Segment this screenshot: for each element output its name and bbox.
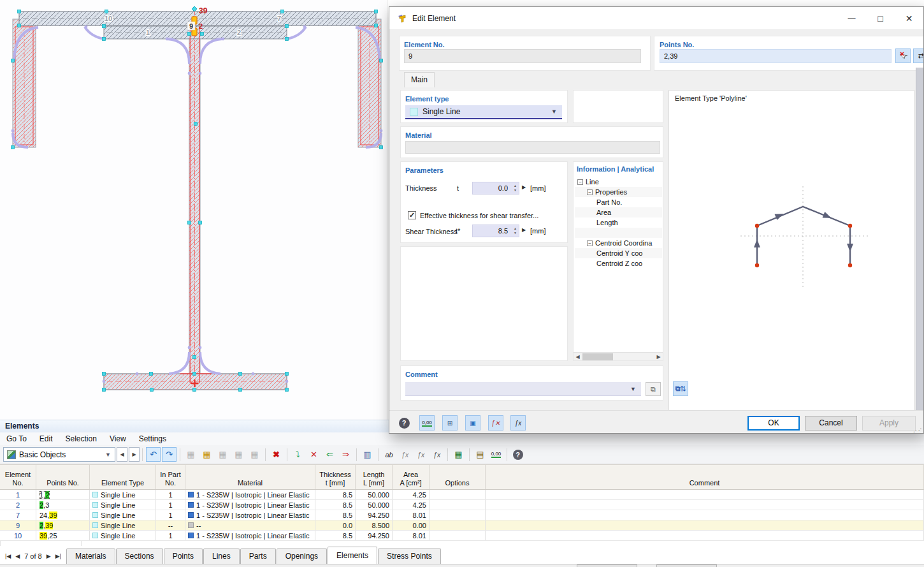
- apply-button[interactable]: Apply: [862, 416, 916, 431]
- apply-to-all-icon[interactable]: ⧉⇅: [673, 381, 688, 396]
- table-add-icon[interactable]: ▦: [215, 447, 230, 462]
- menu-go-to[interactable]: Go To: [0, 434, 33, 443]
- menu-edit[interactable]: Edit: [33, 434, 59, 443]
- points-no-field[interactable]: 2,39: [660, 49, 892, 63]
- cell-options[interactable]: [430, 531, 486, 540]
- spinner-arrows-icon[interactable]: ▲▼: [514, 226, 517, 235]
- tree-item-part-no-[interactable]: Part No.: [575, 197, 662, 207]
- table-row[interactable]: 22,3Single Line11 - S235W | Isotropic | …: [0, 500, 924, 510]
- prev-table-button[interactable]: ◀: [15, 553, 20, 559]
- element-type-combo[interactable]: Single Line ▼: [405, 105, 562, 119]
- tree-item-length[interactable]: Length: [575, 217, 662, 228]
- excel-export-icon[interactable]: ▦: [451, 447, 466, 462]
- table-row[interactable]: 1039,25Single Line11 - S235W | Isotropic…: [0, 531, 924, 541]
- cell-thickness[interactable]: 0.0: [315, 520, 356, 530]
- cell-points-no[interactable]: 24,39: [36, 510, 90, 520]
- thickness-input[interactable]: 0.0 ▲▼: [472, 182, 519, 195]
- tab-stress-points[interactable]: Stress Points: [378, 549, 441, 564]
- table-print-icon[interactable]: ▤: [473, 447, 487, 462]
- cell-options[interactable]: [430, 510, 486, 520]
- tree-hscrollbar[interactable]: ◀ ▶: [574, 352, 663, 360]
- help-icon[interactable]: ?: [396, 415, 412, 431]
- cell-comment[interactable]: [486, 520, 924, 530]
- cell-area[interactable]: 8.01: [393, 510, 430, 520]
- last-table-button[interactable]: ▶|: [55, 553, 61, 559]
- tree-expander-icon[interactable]: −: [587, 189, 593, 195]
- cell-length[interactable]: 8.500: [356, 520, 393, 530]
- prev-category-button[interactable]: ◀: [117, 447, 127, 462]
- cell-options[interactable]: [430, 500, 486, 510]
- close-button[interactable]: ✕: [895, 7, 923, 29]
- delete-function-icon[interactable]: ƒ✕: [488, 415, 503, 431]
- select-tree-icon[interactable]: ⊞: [442, 415, 458, 431]
- cell-comment[interactable]: [486, 531, 924, 540]
- table-row[interactable]: 11,2Single Line11 - S235W | Isotropic | …: [0, 490, 924, 500]
- rename-icon[interactable]: ab: [382, 447, 396, 462]
- photo-icon[interactable]: ▣: [465, 415, 480, 431]
- cell-element-no[interactable]: 9: [0, 520, 36, 530]
- cell-area[interactable]: 4.25: [393, 490, 430, 499]
- cell-options[interactable]: [430, 490, 486, 499]
- table-edit-icon[interactable]: ▦: [199, 447, 214, 462]
- cell-material[interactable]: 1 - S235W | Isotropic | Linear Elastic: [185, 510, 315, 520]
- minimize-button[interactable]: —: [837, 7, 866, 29]
- tab-elements[interactable]: Elements: [328, 547, 377, 564]
- swap-points-icon[interactable]: ⇄: [913, 48, 924, 63]
- menu-settings[interactable]: Settings: [133, 434, 173, 443]
- ok-button[interactable]: OK: [747, 416, 800, 431]
- tab-materials[interactable]: Materials: [66, 549, 115, 564]
- tab-openings[interactable]: Openings: [277, 549, 327, 564]
- move-right-icon[interactable]: ⇒: [338, 447, 353, 462]
- tree-item-centroid-z-coo[interactable]: Centroid Z coo: [575, 258, 662, 269]
- decimal-places-icon[interactable]: 0,00: [419, 415, 435, 431]
- cell-comment[interactable]: [486, 490, 924, 499]
- cell-points-no[interactable]: 2,3: [36, 500, 90, 510]
- tree-item-properties[interactable]: −Properties: [575, 187, 662, 197]
- cell-points-no[interactable]: 39,25: [36, 531, 90, 540]
- section-graphics-view[interactable]: 10 7 1 2 39 9 2: [0, 0, 387, 420]
- cell-material[interactable]: 1 - S235W | Isotropic | Linear Elastic: [185, 490, 315, 499]
- cell-length[interactable]: 94.250: [356, 531, 393, 540]
- cell-in-part[interactable]: 1: [156, 500, 185, 510]
- cell-points-no[interactable]: 2,39: [36, 520, 90, 530]
- function-icon[interactable]: ƒx: [398, 447, 412, 462]
- cell-material[interactable]: --: [185, 520, 315, 530]
- undo-icon[interactable]: ↶: [146, 447, 161, 462]
- dialog-right-scroll-strip[interactable]: [916, 68, 924, 434]
- next-category-button[interactable]: ▶: [129, 447, 140, 462]
- cell-length[interactable]: 94.250: [356, 510, 393, 520]
- tab-points[interactable]: Points: [164, 549, 203, 564]
- cell-options[interactable]: [430, 520, 486, 530]
- delete-row-icon[interactable]: ✕: [307, 447, 321, 462]
- insert-row-icon[interactable]: ⤵: [291, 447, 305, 462]
- tab-parts[interactable]: Parts: [240, 549, 276, 564]
- tab-sections[interactable]: Sections: [116, 549, 163, 564]
- cell-area[interactable]: 4.25: [393, 500, 430, 510]
- spinner-arrows-icon[interactable]: ▲▼: [514, 184, 517, 193]
- tree-expander-icon[interactable]: −: [577, 179, 583, 185]
- cell-in-part[interactable]: 1: [156, 531, 185, 540]
- objects-category-combo[interactable]: Basic Objects ▼: [3, 447, 115, 462]
- cell-thickness[interactable]: 8.5: [315, 510, 356, 520]
- table-header-icon[interactable]: ▥: [360, 447, 375, 462]
- material-field[interactable]: [405, 141, 660, 154]
- scroll-left-icon[interactable]: ◀: [574, 354, 582, 360]
- cell-length[interactable]: 50.000: [356, 500, 393, 510]
- delete-all-icon[interactable]: ✖: [269, 447, 284, 462]
- resize-grip[interactable]: ⡠⠔: [913, 426, 923, 432]
- table-row[interactable]: 724,39Single Line11 - S235W | Isotropic …: [0, 510, 924, 520]
- cell-material[interactable]: 1 - S235W | Isotropic | Linear Elastic: [185, 500, 315, 510]
- table-settings-icon[interactable]: ▦: [231, 447, 246, 462]
- tree-item-area[interactable]: Area: [575, 207, 662, 217]
- shear-thickness-input[interactable]: 8.5 ▲▼: [472, 225, 519, 237]
- thickness-picker-icon[interactable]: ▶: [522, 184, 526, 190]
- move-left-icon[interactable]: ⇐: [322, 447, 337, 462]
- tab-lines[interactable]: Lines: [203, 549, 240, 564]
- cell-element-no[interactable]: 2: [0, 500, 36, 510]
- cell-element-no[interactable]: 10: [0, 531, 36, 540]
- element-no-field[interactable]: 9: [404, 49, 641, 63]
- cell-in-part[interactable]: 1: [156, 490, 185, 499]
- cell-length[interactable]: 50.000: [356, 490, 393, 499]
- table-dots-icon[interactable]: ▦: [247, 447, 262, 462]
- select-points-icon[interactable]: [895, 48, 911, 63]
